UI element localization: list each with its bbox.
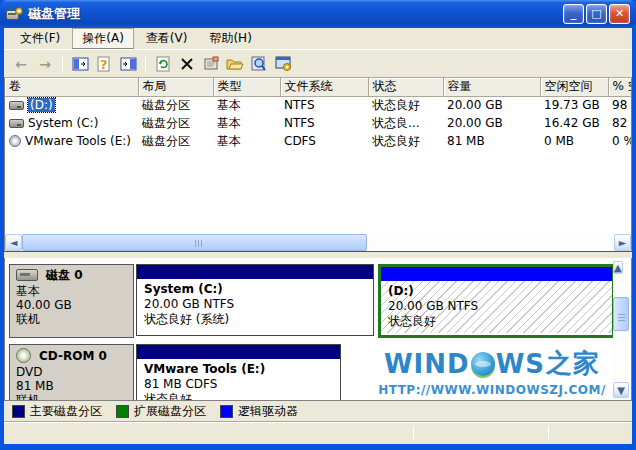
legend-extended-partition: 扩展磁盘分区 <box>116 403 206 420</box>
partition-e-status: 状态良好 <box>144 392 333 400</box>
col-filesystem[interactable]: 文件系统 <box>280 78 368 96</box>
forward-icon[interactable]: → <box>34 53 56 75</box>
partition-c-size: 20.00 GB NTFS <box>144 297 366 312</box>
cdrom0-size: 81 MB <box>16 379 127 393</box>
cell-capacity: 20.00 GB <box>443 96 540 114</box>
volume-label[interactable]: VMware Tools (E:) <box>25 134 131 148</box>
col-capacity[interactable]: 容量 <box>443 78 540 96</box>
partition-c-status: 状态良好 (系统) <box>144 312 366 327</box>
properties-icon[interactable] <box>200 53 222 75</box>
cell-type: 基本 <box>213 96 280 114</box>
partition-d-status: 状态良好 <box>388 314 605 329</box>
cell-fs: CDFS <box>280 132 368 150</box>
disk0-row: 磁盘 0 基本 40.00 GB 联机 System (C:) 20.00 GB… <box>9 264 615 338</box>
cdrom0-media: DVD <box>16 365 127 379</box>
drive-icon <box>9 119 24 128</box>
title-bar: 磁盘管理 _ □ ✕ <box>0 0 636 28</box>
volume-label-selected[interactable]: (D:) <box>28 98 55 112</box>
legend-swatch-primary <box>12 405 25 418</box>
partition-c[interactable]: System (C:) 20.00 GB NTFS 状态良好 (系统) <box>136 264 374 336</box>
menu-file[interactable]: 文件(F) <box>10 28 70 49</box>
disk0-name: 磁盘 0 <box>46 268 83 282</box>
menu-bar: 文件(F) 操作(A) 查看(V) 帮助(H) <box>4 28 632 50</box>
scroll-left-icon[interactable]: ◄ <box>5 234 22 251</box>
cell-fs: NTFS <box>280 114 368 132</box>
back-icon[interactable]: ← <box>10 53 32 75</box>
scroll-up-icon[interactable]: ▲ <box>613 261 623 274</box>
legend-swatch-logical <box>220 405 233 418</box>
watermark-text-1: WIND <box>384 349 470 379</box>
table-row[interactable]: System (C:) 磁盘分区 基本 NTFS 状态良... 20.00 GB… <box>5 114 632 132</box>
cell-status: 状态良好 <box>368 96 443 114</box>
partition-d-selected[interactable]: (D:) 20.00 GB NTFS 状态良好 <box>378 264 615 338</box>
disk-management-window: 磁盘管理 _ □ ✕ 文件(F) 操作(A) 查看(V) 帮助(H) ← → ? <box>0 0 636 450</box>
col-layout[interactable]: 布局 <box>138 78 213 96</box>
col-volume[interactable]: 卷 <box>5 78 138 96</box>
search-icon[interactable] <box>248 53 270 75</box>
refresh-icon[interactable] <box>152 53 174 75</box>
watermark-text-2: WS <box>496 349 545 379</box>
configure-icon[interactable] <box>272 53 294 75</box>
scrollbar-thumb[interactable] <box>22 234 367 251</box>
cell-capacity: 20.00 GB <box>443 114 540 132</box>
toolbar: ← → ? <box>4 50 632 78</box>
close-button[interactable]: ✕ <box>609 4 630 24</box>
legend-label: 主要磁盘分区 <box>30 403 102 420</box>
col-pct-free[interactable]: % 空 <box>608 78 632 96</box>
partition-d-colorbar <box>381 267 612 281</box>
maximize-button[interactable]: □ <box>586 4 607 24</box>
scroll-down-icon[interactable]: ▼ <box>613 382 629 398</box>
watermark-text-cn: 之家 <box>546 346 600 381</box>
cell-free: 0 MB <box>540 132 608 150</box>
cell-status: 状态良... <box>368 114 443 132</box>
cell-layout: 磁盘分区 <box>138 96 213 114</box>
table-row[interactable]: (D:) 磁盘分区 基本 NTFS 状态良好 20.00 GB 19.73 GB… <box>5 96 632 114</box>
cell-capacity: 81 MB <box>443 132 540 150</box>
col-status[interactable]: 状态 <box>368 78 443 96</box>
menu-view[interactable]: 查看(V) <box>136 28 198 49</box>
legend-swatch-extended <box>116 405 129 418</box>
partition-e-title: VMware Tools (E:) <box>144 362 333 377</box>
open-folder-icon[interactable] <box>224 53 246 75</box>
cell-type: 基本 <box>213 114 280 132</box>
help-icon[interactable]: ? <box>93 53 115 75</box>
svg-text:?: ? <box>100 57 108 72</box>
cell-layout: 磁盘分区 <box>138 114 213 132</box>
disk0-info[interactable]: 磁盘 0 基本 40.00 GB 联机 <box>9 264 134 338</box>
scrollbar-thumb[interactable] <box>613 297 629 331</box>
watermark-url: HTTP://WWW.WINDOWSZJ.COM/ <box>366 383 618 397</box>
menu-action[interactable]: 操作(A) <box>72 28 134 49</box>
legend-bar: 主要磁盘分区 扩展磁盘分区 逻辑驱动器 <box>4 400 632 421</box>
app-icon <box>6 7 23 22</box>
toolbar-separator <box>145 55 146 73</box>
volume-label[interactable]: System (C:) <box>28 116 98 130</box>
cdrom-icon <box>16 348 31 363</box>
status-bar <box>4 421 632 444</box>
statusbar-divider <box>548 426 549 441</box>
show-action-pane-icon[interactable] <box>117 53 139 75</box>
partition-c-title: System (C:) <box>144 282 366 297</box>
show-console-tree-icon[interactable] <box>69 53 91 75</box>
partition-d-size: 20.00 GB NTFS <box>388 299 605 314</box>
volume-list: 卷 布局 类型 文件系统 状态 容量 空闲空间 % 空 (D:) 磁盘分区 基本… <box>4 78 632 234</box>
cdrom0-row: CD-ROM 0 DVD 81 MB 联机 VMware Tools (E:) … <box>9 344 341 400</box>
partition-c-colorbar <box>137 265 373 279</box>
col-type[interactable]: 类型 <box>213 78 280 96</box>
table-row[interactable]: VMware Tools (E:) 磁盘分区 基本 CDFS 状态良好 81 M… <box>5 132 632 150</box>
disk0-media: 基本 <box>16 284 127 298</box>
scroll-right-icon[interactable]: ► <box>614 234 631 251</box>
partition-e[interactable]: VMware Tools (E:) 81 MB CDFS 状态良好 <box>136 344 341 400</box>
delete-icon[interactable] <box>176 53 198 75</box>
disk-icon <box>16 269 38 281</box>
pane-splitter[interactable] <box>4 251 632 258</box>
toolbar-separator <box>62 55 63 73</box>
minimize-button[interactable]: _ <box>563 4 584 24</box>
disk-graph-pane: 磁盘 0 基本 40.00 GB 联机 System (C:) 20.00 GB… <box>4 258 632 400</box>
horizontal-scrollbar[interactable]: ◄ ► <box>4 234 632 251</box>
legend-primary-partition: 主要磁盘分区 <box>12 403 102 420</box>
vertical-scrollbar[interactable]: ▲ ▼ <box>613 260 629 398</box>
partition-e-colorbar <box>137 345 340 359</box>
menu-help[interactable]: 帮助(H) <box>199 28 261 49</box>
col-free[interactable]: 空闲空间 <box>540 78 608 96</box>
cdrom0-info[interactable]: CD-ROM 0 DVD 81 MB 联机 <box>9 344 134 400</box>
